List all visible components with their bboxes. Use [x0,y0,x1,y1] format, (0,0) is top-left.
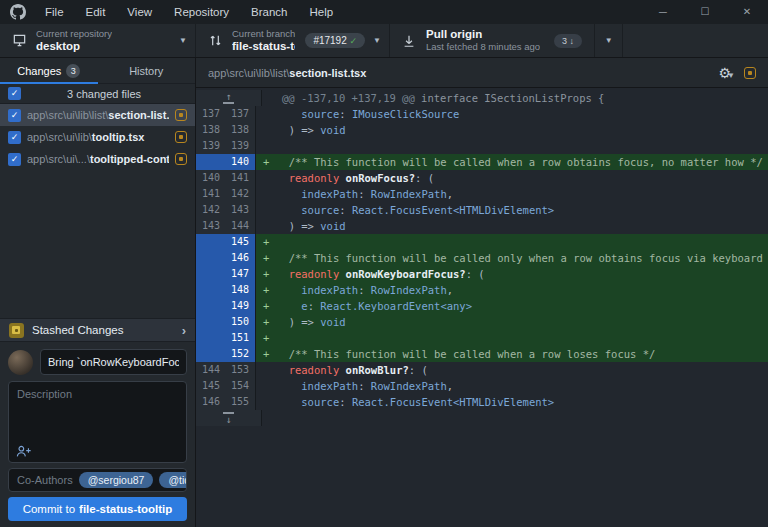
file-row[interactable]: ✓app\src\ui\lib\list\section-list.tsx [0,104,195,126]
diff-line[interactable]: 142143 source: React.FocusEvent<HTMLDivE… [196,202,768,218]
modified-status-icon [175,109,187,121]
old-line-number[interactable]: 142 [196,202,226,218]
diff-line[interactable]: 147+ readonly onRowKeyboardFocus?: ( [196,266,768,282]
added-marker: + [256,314,276,330]
commit-summary-input[interactable] [40,349,187,375]
new-line-number[interactable]: 152 [226,346,256,362]
new-line-number[interactable]: 153 [226,362,256,378]
new-line-number[interactable]: 147 [226,266,256,282]
commit-summary-row [8,348,187,376]
menu-view[interactable]: View [116,0,163,24]
select-all-checkbox[interactable]: ✓ [8,87,21,100]
old-line-number[interactable] [196,282,226,298]
new-line-number[interactable]: 139 [226,138,256,154]
diff-line[interactable]: 148+ indexPath: RowIndexPath, [196,282,768,298]
new-line-number[interactable]: 144 [226,218,256,234]
code-text: indexPath: RowIndexPath, [276,378,453,394]
old-line-number[interactable] [196,154,226,170]
diff-line[interactable]: 151+ [196,330,768,346]
old-line-number[interactable]: 144 [196,362,226,378]
add-coauthor-icon[interactable] [16,444,32,458]
old-line-number[interactable] [196,234,226,250]
new-line-number[interactable]: 141 [226,170,256,186]
tab-changes[interactable]: Changes 3 [0,58,98,83]
file-row[interactable]: ✓app\src\ui\...\tooltipped-content.tsx [0,148,195,170]
menu-help[interactable]: Help [298,0,344,24]
old-line-number[interactable]: 139 [196,138,226,154]
diff-line[interactable]: 140141 readonly onRowFocus?: ( [196,170,768,186]
coauthor-pill[interactable]: @tidy-dev [159,472,187,488]
new-line-number[interactable]: 154 [226,378,256,394]
current-repository-button[interactable]: Current repository desktop ▼ [0,24,196,57]
diff-line[interactable]: 150+ ) => void [196,314,768,330]
tab-history[interactable]: History [98,58,196,83]
new-line-number[interactable]: 138 [226,122,256,138]
maximize-button[interactable]: ☐ [684,0,726,24]
diff-line[interactable]: 152+ /** This function will be called wh… [196,346,768,362]
old-line-number[interactable]: 146 [196,394,226,410]
diff-line[interactable]: 143144 ) => void [196,218,768,234]
old-line-number[interactable] [196,346,226,362]
old-line-number[interactable]: 141 [196,186,226,202]
new-line-number[interactable]: 143 [226,202,256,218]
file-checkbox[interactable]: ✓ [8,109,21,122]
sidebar-spacer [0,170,195,318]
diff-line[interactable]: 145+ [196,234,768,250]
diff-line[interactable]: 139139 [196,138,768,154]
old-line-number[interactable]: 137 [196,106,226,122]
current-branch-button[interactable]: Current branch file-status-too... #17192… [196,24,390,57]
close-button[interactable]: ✕ [726,0,768,24]
diff-line[interactable]: 140+ /** This function will be called wh… [196,154,768,170]
old-line-number[interactable]: 143 [196,218,226,234]
old-line-number[interactable]: 140 [196,170,226,186]
old-line-number[interactable] [196,250,226,266]
coauthor-pill[interactable]: @sergiou87 [79,472,154,488]
file-row[interactable]: ✓app\src\ui\lib\tooltip.tsx [0,126,195,148]
old-line-number[interactable]: 138 [196,122,226,138]
new-line-number[interactable]: 145 [226,234,256,250]
diff-line[interactable]: 141142 indexPath: RowIndexPath, [196,186,768,202]
diff-line[interactable]: 138138 ) => void [196,122,768,138]
commit-description-input[interactable] [9,382,186,440]
menu-repository[interactable]: Repository [163,0,240,24]
diff-line[interactable]: ↑@@ -137,10 +137,19 @@ interface ISectio… [196,90,768,106]
old-line-number[interactable]: 145 [196,378,226,394]
file-checkbox[interactable]: ✓ [8,131,21,144]
diff-line[interactable]: 146155 source: React.FocusEvent<HTMLDivE… [196,394,768,410]
pull-dropdown-button[interactable]: ▼ [594,24,622,57]
new-line-number[interactable]: 151 [226,330,256,346]
new-line-number[interactable]: 140 [226,154,256,170]
diff-line[interactable]: 137137 source: IMouseClickSource [196,106,768,122]
diff-line[interactable]: ↓ [196,410,768,426]
file-checkbox[interactable]: ✓ [8,153,21,166]
old-line-number[interactable] [196,314,226,330]
added-marker: + [256,330,276,346]
menu-edit[interactable]: Edit [75,0,117,24]
diff-line[interactable]: 149+ e: React.KeyboardEvent<any> [196,298,768,314]
old-line-number[interactable] [196,330,226,346]
expand-down-button[interactable]: ↓ [196,410,262,426]
new-line-number[interactable]: 137 [226,106,256,122]
modified-status-icon [175,131,187,143]
pull-origin-button[interactable]: Pull origin Last fetched 8 minutes ago 3… [390,24,623,57]
minimize-button[interactable]: ─ [642,0,684,24]
new-line-number[interactable]: 149 [226,298,256,314]
stashed-changes-row[interactable]: Stashed Changes › [0,318,195,342]
old-line-number[interactable] [196,266,226,282]
diff-options-button[interactable]: ⚙▼ [719,66,735,80]
commit-button[interactable]: Commit to file-status-tooltip [8,497,187,521]
new-line-number[interactable]: 150 [226,314,256,330]
menu-file[interactable]: File [34,0,75,24]
code-text: /** This function will be called when a … [276,346,655,362]
diff-line[interactable]: 145154 indexPath: RowIndexPath, [196,378,768,394]
new-line-number[interactable]: 155 [226,394,256,410]
old-line-number[interactable] [196,298,226,314]
expand-up-button[interactable]: ↑ [196,90,262,106]
new-line-number[interactable]: 142 [226,186,256,202]
new-line-number[interactable]: 148 [226,282,256,298]
diff-line[interactable]: 146+ /** This function will be called on… [196,250,768,266]
new-line-number[interactable]: 146 [226,250,256,266]
menu-branch[interactable]: Branch [240,0,298,24]
coauthors-row[interactable]: Co-Authors @sergiou87@tidy-dev [8,468,187,492]
diff-line[interactable]: 144153 readonly onRowBlur?: ( [196,362,768,378]
